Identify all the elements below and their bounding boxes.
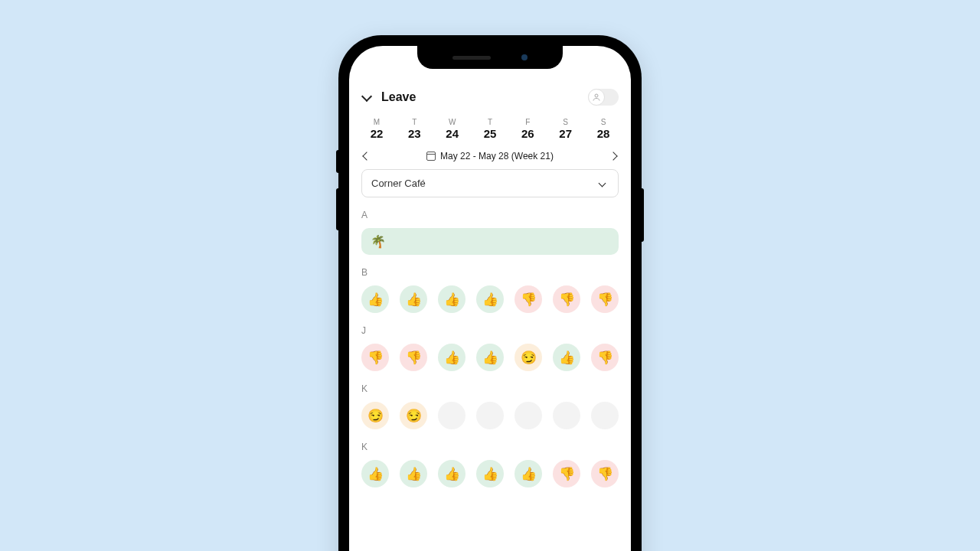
availability-cell-up[interactable]: 👍 [438,460,466,487]
day-number: 28 [590,127,617,140]
location-select[interactable]: Corner Café [361,169,619,197]
day-number: 26 [514,127,541,140]
availability-cell-up[interactable]: 👍 [400,460,427,487]
phone-screen: Leave M22T23W24T25F26S27S28 May 22 [349,46,631,551]
day-letter: S [552,118,580,126]
day-letter: F [514,118,541,126]
user-icon [588,89,605,106]
location-select-value: Corner Café [371,178,426,189]
day-number: 23 [400,127,428,140]
availability-cell-up[interactable]: 👍 [400,285,427,313]
day-column[interactable]: M22 [363,118,390,140]
page-title: Leave [381,90,416,104]
availability-cell-down[interactable]: 👎 [591,460,619,487]
day-number: 27 [552,127,580,140]
availability-cell-up[interactable]: 👍 [514,460,542,487]
day-column[interactable]: S28 [590,118,617,140]
day-number: 24 [439,127,466,140]
employee-initial: K [361,383,619,394]
availability-cell-empty[interactable] [553,402,580,429]
day-letter: T [476,118,504,126]
day-column[interactable]: T25 [476,118,504,140]
availability-cell-down[interactable]: 👎 [591,285,619,313]
day-letter: S [590,118,617,126]
calendar-icon [426,152,436,161]
user-toggle[interactable] [588,89,619,106]
availability-cell-empty[interactable] [514,402,542,429]
header-dropdown-icon[interactable] [361,92,372,103]
employee-initial: K [361,442,619,452]
availability-row: 👎👎👍👍😏👍👎 [361,344,619,371]
day-number: 22 [363,127,390,140]
availability-cell-down[interactable]: 👎 [361,344,389,371]
availability-cell-empty[interactable] [438,402,466,429]
availability-row: 👍👍👍👍👎👎👎 [361,285,619,313]
availability-cell-up[interactable]: 👍 [476,285,504,313]
prev-week-button[interactable] [361,151,372,161]
day-column[interactable]: S27 [552,118,580,140]
employee-initial: A [361,210,619,220]
availability-cell-down[interactable]: 👎 [400,344,427,371]
day-letter: M [363,118,390,126]
availability-cell-up[interactable]: 👍 [361,460,389,487]
availability-cell-up[interactable]: 👍 [438,344,466,371]
day-column[interactable]: T23 [400,118,428,140]
week-navigator: May 22 - May 28 (Week 21) [361,148,619,169]
availability-cell-maybe[interactable]: 😏 [400,402,427,429]
availability-cell-down[interactable]: 👎 [553,460,580,487]
day-column[interactable]: F26 [514,118,541,140]
day-letter: W [439,118,466,126]
leave-bar[interactable]: 🌴 [361,228,619,255]
availability-cell-up[interactable]: 👍 [476,460,504,487]
phone-frame: Leave M22T23W24T25F26S27S28 May 22 [338,35,642,551]
svg-point-0 [595,94,598,97]
availability-cell-maybe[interactable]: 😏 [361,402,389,429]
availability-cell-empty[interactable] [591,402,619,429]
availability-cell-up[interactable]: 👍 [476,344,504,371]
week-day-header: M22T23W24T25F26S27S28 [361,116,619,148]
availability-cell-up[interactable]: 👍 [553,344,580,371]
employee-initial: J [361,325,619,336]
next-week-button[interactable] [608,151,619,161]
day-number: 25 [476,127,504,140]
availability-cell-up[interactable]: 👍 [438,285,466,313]
day-column[interactable]: W24 [439,118,466,140]
availability-cell-down[interactable]: 👎 [514,285,542,313]
availability-row: 👍👍👍👍👍👎👎 [361,460,619,487]
availability-cell-up[interactable]: 👍 [361,285,389,313]
availability-row: 😏😏 [361,402,619,429]
availability-cell-down[interactable]: 👎 [591,344,619,371]
week-range-label: May 22 - May 28 (Week 21) [440,151,554,161]
availability-cell-empty[interactable] [476,402,504,429]
availability-cell-down[interactable]: 👎 [553,285,580,313]
availability-cell-maybe[interactable]: 😏 [514,344,542,371]
app-header: Leave [361,84,619,116]
chevron-down-icon [598,178,609,189]
day-letter: T [400,118,428,126]
employee-initial: B [361,267,619,278]
notch [417,46,563,69]
